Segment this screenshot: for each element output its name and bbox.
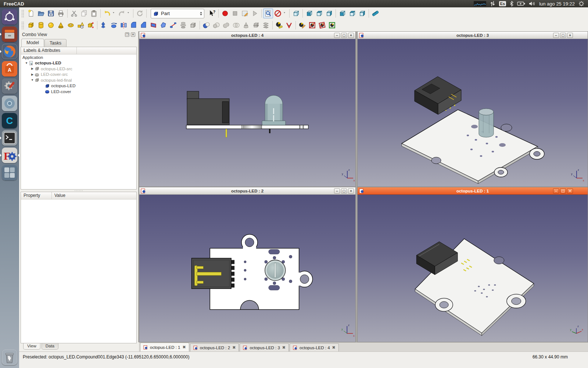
tab-data[interactable]: Data: [42, 343, 58, 350]
minimize-icon[interactable]: –: [553, 33, 559, 38]
tab-close-icon[interactable]: ✖: [232, 345, 236, 350]
minimize-icon[interactable]: –: [334, 188, 340, 194]
new-file-icon[interactable]: [26, 8, 36, 18]
bluetooth-icon[interactable]: [510, 1, 513, 7]
tab-close-icon[interactable]: ✖: [332, 345, 336, 350]
view-bottom-icon[interactable]: [347, 8, 357, 18]
software-center-icon[interactable]: A: [2, 61, 17, 77]
tree-header[interactable]: Labels & Attributes: [21, 47, 77, 54]
system-settings-icon[interactable]: [2, 78, 17, 94]
freecad-icon[interactable]: F: [2, 148, 17, 163]
tab-view[interactable]: View: [23, 343, 40, 350]
mirror-icon[interactable]: [119, 20, 129, 30]
fillet-icon[interactable]: [129, 20, 139, 30]
tree-item-octopus-led[interactable]: octopus-LED: [21, 83, 136, 89]
view-rear-icon[interactable]: [337, 8, 347, 18]
tree-item-octopus-led-final[interactable]: ▼octopus-led-final: [21, 77, 136, 83]
toolbar-grip[interactable]: [21, 21, 24, 29]
session-gear-icon[interactable]: [578, 1, 584, 7]
viewport-3d[interactable]: z x y: [358, 39, 588, 187]
view-left-icon[interactable]: [357, 8, 367, 18]
maximize-icon[interactable]: ▢: [341, 33, 347, 38]
maximize-icon[interactable]: ▢: [560, 188, 566, 194]
copy-icon[interactable]: [79, 8, 89, 18]
measure-toggle-all-icon[interactable]: [307, 20, 317, 30]
undo-dropdown-icon[interactable]: [112, 8, 117, 18]
fit-all-icon[interactable]: [263, 8, 273, 18]
revolve-icon[interactable]: [109, 20, 119, 30]
dash-icon[interactable]: [2, 9, 17, 25]
draw-style-icon[interactable]: [273, 8, 283, 18]
view-axonometric-icon[interactable]: [291, 8, 301, 18]
close-icon[interactable]: ×: [348, 33, 354, 38]
whatsthis-icon[interactable]: ?: [207, 8, 217, 18]
mdi-tab-octopus-led-2[interactable]: octopus-LED : 2✖: [190, 343, 239, 351]
sweep-icon[interactable]: [168, 20, 178, 30]
workbench-spinner[interactable]: [200, 12, 202, 15]
sync-arrows-icon[interactable]: [490, 1, 495, 7]
part-torus-icon[interactable]: [66, 20, 76, 30]
viewport-3d[interactable]: z x y: [139, 39, 355, 187]
part-box-icon[interactable]: [26, 20, 36, 30]
window-title-bar[interactable]: octopus-LED : 1 – ▢ ×: [358, 187, 588, 195]
cross-section-box-icon[interactable]: [251, 20, 261, 30]
firefox-icon[interactable]: [2, 44, 17, 59]
viewport-3d[interactable]: z x y: [358, 195, 588, 342]
value-column-header[interactable]: Value: [52, 192, 136, 199]
view-top-icon[interactable]: [314, 8, 324, 18]
boolean-cut-icon[interactable]: [211, 20, 221, 30]
view-front-icon[interactable]: [304, 8, 314, 18]
collapsed-arrow-icon[interactable]: ▶: [30, 67, 35, 70]
network-monitor-icon[interactable]: [474, 1, 486, 6]
redo-icon[interactable]: [117, 8, 127, 18]
make-face-icon[interactable]: [158, 20, 168, 30]
dock-float-icon[interactable]: ❐: [125, 32, 129, 37]
minimize-icon[interactable]: –: [553, 188, 559, 194]
save-icon[interactable]: [46, 8, 56, 18]
chromium-icon[interactable]: [2, 96, 17, 111]
collapsed-arrow-icon[interactable]: ▶: [30, 73, 35, 76]
macro-stop-icon[interactable]: [230, 8, 240, 18]
c-app-icon[interactable]: C: [2, 113, 17, 128]
expanded-arrow-icon[interactable]: ▼: [24, 61, 29, 65]
section-icon[interactable]: [241, 20, 251, 30]
tab-close-icon[interactable]: ✖: [282, 345, 286, 350]
part-sphere-icon[interactable]: [46, 20, 56, 30]
panel-splitter[interactable]: [20, 190, 137, 192]
volume-icon[interactable]: [529, 1, 535, 6]
measure-linear-icon[interactable]: [274, 20, 284, 30]
mdi-tab-octopus-led-3[interactable]: octopus-LED : 3✖: [240, 343, 289, 351]
tree-item-octopus-led[interactable]: ▼octopus-LED: [21, 60, 136, 66]
tree-item-application[interactable]: Application: [21, 54, 136, 60]
property-list[interactable]: [21, 199, 136, 343]
mdi-tab-octopus-led-1[interactable]: octopus-LED : 1✖: [140, 343, 189, 351]
measure-toggle-3d-icon[interactable]: [317, 20, 327, 30]
mdi-tab-octopus-led-4[interactable]: octopus-LED : 4✖: [290, 343, 339, 351]
minimize-icon[interactable]: –: [334, 33, 340, 38]
loft-icon[interactable]: [178, 20, 188, 30]
part-cylinder-icon[interactable]: [36, 20, 46, 30]
redo-dropdown-icon[interactable]: [127, 8, 132, 18]
close-icon[interactable]: ×: [567, 33, 573, 38]
macro-edit-icon[interactable]: [240, 8, 250, 18]
dock-close-icon[interactable]: ✕: [131, 32, 135, 37]
cross-sections-icon[interactable]: [261, 20, 271, 30]
measure-sketch-icon[interactable]: [297, 20, 307, 30]
shape-builder-icon[interactable]: [86, 20, 96, 30]
keyboard-layout-indicator[interactable]: Es: [499, 1, 506, 6]
maximize-icon[interactable]: ▢: [560, 33, 566, 38]
window-title-bar[interactable]: octopus-LED : 3 – ▢ ×: [358, 32, 588, 39]
macro-play-icon[interactable]: [250, 8, 260, 18]
measure-distance-icon[interactable]: [370, 8, 380, 18]
boolean-icon[interactable]: [201, 20, 211, 30]
toolbar-grip[interactable]: [21, 10, 24, 18]
workbench-selector[interactable]: Part: [151, 9, 204, 18]
boolean-common-icon[interactable]: [231, 20, 241, 30]
trash-icon[interactable]: [2, 350, 17, 365]
cut-icon[interactable]: [69, 8, 79, 18]
open-file-icon[interactable]: [36, 8, 46, 18]
offset-icon[interactable]: [188, 20, 198, 30]
measure-angular-icon[interactable]: [284, 20, 294, 30]
tree-item-octopus-led-src[interactable]: ▶octopus-LED-src: [21, 66, 136, 72]
close-icon[interactable]: ×: [348, 188, 354, 194]
